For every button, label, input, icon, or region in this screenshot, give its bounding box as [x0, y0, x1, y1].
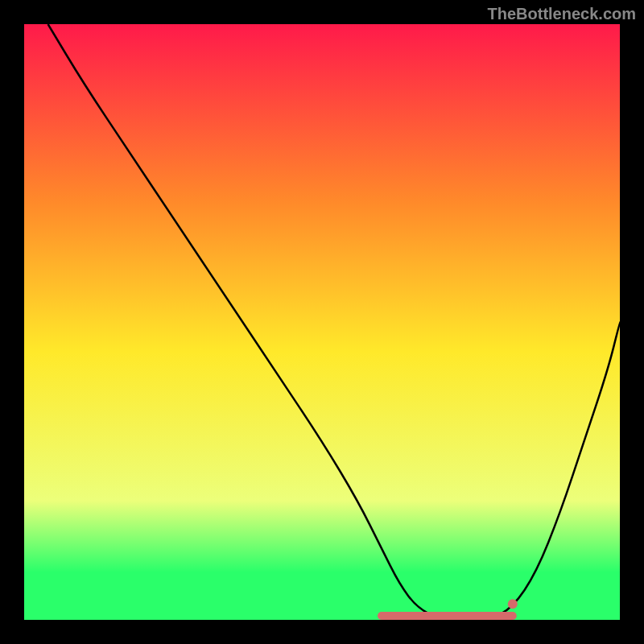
- watermark-text: TheBottleneck.com: [488, 5, 636, 23]
- chart-container: TheBottleneck.com: [0, 0, 644, 644]
- gradient-background: [24, 24, 620, 620]
- chart-svg: [24, 24, 620, 620]
- plot-area: [24, 24, 620, 620]
- highlight-dot-icon: [508, 599, 518, 609]
